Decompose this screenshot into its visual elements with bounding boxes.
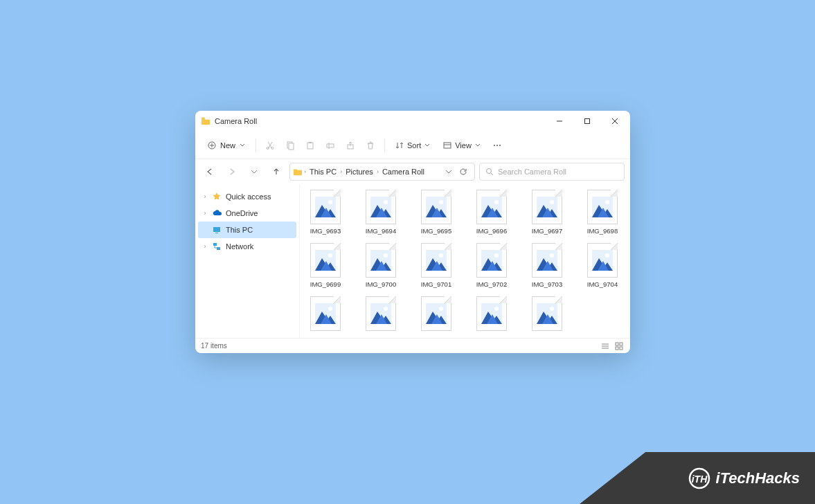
new-button[interactable]: New [202,138,251,152]
up-button[interactable] [267,163,285,181]
svg-point-54 [328,253,332,258]
more-icon[interactable] [488,136,506,154]
svg-point-19 [496,145,498,146]
svg-rect-101 [620,347,623,350]
svg-point-21 [487,169,492,174]
file-item[interactable]: IMG_9702 [470,243,513,288]
rename-icon[interactable] [321,136,339,154]
svg-rect-99 [620,343,623,345]
file-item[interactable]: IMG_9697 [526,190,568,235]
toolbar: New Sort View [195,132,630,159]
close-button[interactable] [601,111,629,132]
file-item[interactable]: IMG_9694 [359,190,402,235]
file-item[interactable]: IMG_9695 [415,190,458,235]
view-icon [443,141,451,150]
cut-icon[interactable] [261,136,279,154]
file-item[interactable]: IMG_9698 [581,190,624,235]
sidebar-item-quick-access[interactable]: › Quick access [198,188,296,205]
address-row: › This PC › Pictures › Camera Roll Searc… [195,159,630,184]
svg-point-7 [267,147,269,149]
image-file-icon [310,243,341,278]
chevron-down-icon[interactable] [445,169,452,174]
svg-rect-12 [309,142,312,143]
minimize-button[interactable] [546,111,573,132]
star-icon [212,192,222,201]
monitor-icon [212,225,222,235]
copy-icon[interactable] [281,136,299,154]
file-item[interactable]: IMG_9696 [470,190,513,235]
image-file-icon [421,190,451,224]
maximize-button[interactable] [573,111,601,132]
file-item[interactable] [415,296,458,334]
share-icon[interactable] [341,136,359,154]
file-item[interactable]: IMG_9693 [304,190,347,235]
address-bar[interactable]: › This PC › Pictures › Camera Roll [289,163,475,181]
sidebar-item-label: OneDrive [226,209,258,217]
search-icon [485,168,494,176]
image-file-icon [532,296,562,331]
breadcrumb-this-pc[interactable]: This PC [307,166,339,177]
folder-icon [201,117,211,125]
breadcrumb-camera-roll[interactable]: Camera Roll [380,166,427,177]
toolbar-separator [256,138,256,152]
details-view-icon[interactable] [600,341,611,352]
address-right [445,168,472,176]
image-file-icon [421,296,451,331]
chevron-down-icon [424,143,430,148]
brand-name: iTechHacks [716,469,800,487]
svg-point-74 [605,253,609,258]
file-grid: IMG_9693 IMG_9694 IMG_9695 IMG_9696 IMG_… [304,190,626,334]
file-item[interactable]: IMG_9701 [415,243,458,288]
sidebar: › Quick access › OneDrive This PC › Netw… [195,184,299,338]
sort-button[interactable]: Sort [390,138,436,152]
svg-rect-100 [616,347,618,350]
back-button[interactable] [201,163,219,181]
sidebar-item-this-pc[interactable]: This PC [198,222,296,238]
svg-point-30 [328,200,332,204]
search-input[interactable]: Search Camera Roll [479,163,625,181]
svg-point-8 [271,147,274,149]
file-label: IMG_9699 [310,280,341,288]
sidebar-item-network[interactable]: › Network [198,238,296,255]
chevron-down-icon [240,143,245,148]
new-label: New [220,141,235,150]
file-label: IMG_9702 [476,280,507,288]
forward-button[interactable] [223,163,241,181]
file-item[interactable] [526,296,568,334]
sidebar-item-onedrive[interactable]: › OneDrive [198,205,296,222]
file-item[interactable]: IMG_9699 [304,243,347,288]
file-item[interactable] [304,296,347,334]
image-file-icon [310,296,341,331]
sidebar-item-label: This PC [226,226,253,234]
file-item[interactable]: IMG_9700 [359,243,402,288]
recent-button[interactable] [245,163,263,181]
chevron-right-icon: › [202,243,208,250]
breadcrumb-pictures[interactable]: Pictures [343,166,375,177]
window-title: Camera Roll [215,117,546,125]
search-placeholder: Search Camera Roll [498,168,566,176]
file-item[interactable] [470,296,513,334]
file-label: IMG_9697 [532,227,562,235]
file-item[interactable]: IMG_9703 [526,243,568,288]
file-item[interactable] [359,296,402,334]
toolbar-separator [384,138,385,152]
view-button[interactable]: View [438,138,486,152]
file-label: IMG_9704 [587,280,618,288]
thumbnails-view-icon[interactable] [614,341,625,352]
brand-banner: iTH iTechHacks [580,452,815,504]
file-item[interactable]: IMG_9704 [581,243,624,288]
paste-icon[interactable] [301,136,319,154]
svg-rect-1 [585,119,590,124]
image-file-icon [476,243,507,278]
main-area: › Quick access › OneDrive This PC › Netw… [195,184,630,338]
file-pane[interactable]: IMG_9693 IMG_9694 IMG_9695 IMG_9696 IMG_… [299,184,630,338]
chevron-right-icon: › [202,193,208,200]
svg-point-82 [384,307,388,311]
explorer-window: Camera Roll New Sort View [195,111,630,353]
cloud-icon [212,208,222,218]
image-file-icon [310,190,341,224]
refresh-icon[interactable] [459,168,467,176]
file-label: IMG_9701 [421,280,451,288]
svg-point-78 [328,307,332,311]
delete-icon[interactable] [361,136,379,154]
